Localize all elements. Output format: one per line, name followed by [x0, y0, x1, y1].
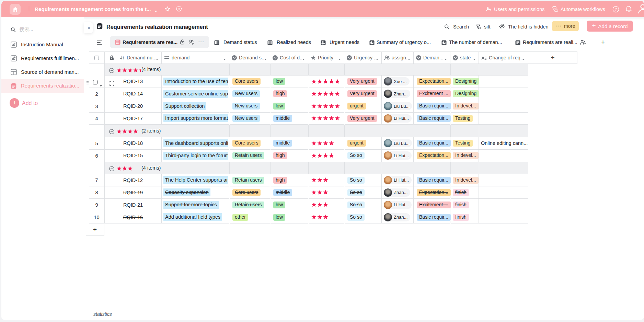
svg-text:2: 2: [123, 58, 124, 60]
svg-text:1: 1: [123, 55, 124, 58]
svg-text:?: ?: [615, 7, 617, 11]
